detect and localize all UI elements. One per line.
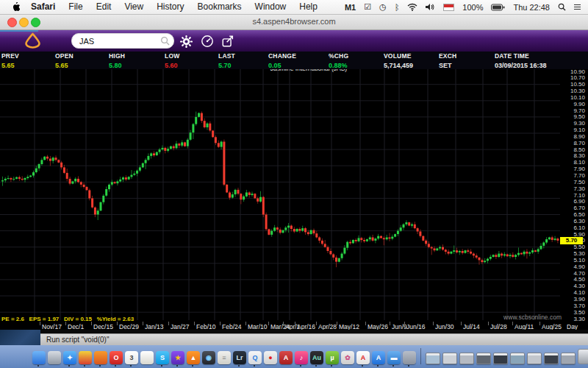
chart-plot-canvas xyxy=(0,69,588,322)
dock-glyph: ♪ xyxy=(300,354,304,361)
dock-notes-icon[interactable]: ≡ xyxy=(218,351,231,364)
dock-glyph: A xyxy=(376,354,381,361)
zoom-window-button[interactable] xyxy=(31,18,40,27)
menu-item-safari[interactable]: Safari xyxy=(24,1,62,12)
x-tick-mark xyxy=(488,322,489,325)
input-source-badge[interactable]: M1 xyxy=(345,3,356,12)
y-tick-label: 7.50 xyxy=(561,179,585,185)
quote-label: PREV xyxy=(1,52,19,60)
dock-minimized-window[interactable] xyxy=(493,353,508,364)
volume-icon[interactable] xyxy=(426,3,435,11)
dock-photo-booth-icon[interactable]: ◉ xyxy=(202,351,215,364)
dock-displays-icon[interactable] xyxy=(403,351,416,364)
dock-glyph: ● xyxy=(268,354,272,361)
dock-textedit-icon[interactable] xyxy=(140,351,154,364)
minimize-window-button[interactable] xyxy=(19,18,29,27)
x-tick-mark xyxy=(433,322,434,325)
dock-lightroom-icon[interactable]: Lr xyxy=(233,351,246,364)
bluetooth-icon[interactable]: ᛒ xyxy=(395,3,400,12)
dock-quicktime-icon[interactable]: Q xyxy=(248,351,262,364)
apple-menu-icon[interactable] xyxy=(7,2,24,12)
running-indicator-dot xyxy=(331,365,332,367)
input-language-flag-icon[interactable] xyxy=(443,4,454,11)
dock-minimized-window[interactable] xyxy=(561,353,576,364)
dock-app-store-icon[interactable]: A xyxy=(372,351,385,364)
symbol-search-input[interactable] xyxy=(78,35,158,47)
y-tick-label: 8.70 xyxy=(561,140,585,146)
dock-audition-icon[interactable]: Au xyxy=(310,351,323,364)
dock-itunes-icon[interactable]: ♪ xyxy=(295,351,308,364)
gauge-button[interactable] xyxy=(198,32,217,50)
menu-item-file[interactable]: File xyxy=(62,1,89,12)
quote-label: CHANGE xyxy=(268,52,296,60)
dock-minimized-window[interactable] xyxy=(442,353,457,364)
y-tick-label: 10.30 xyxy=(561,88,585,94)
dock-glyph: ★ xyxy=(175,354,181,361)
search-icon xyxy=(160,36,170,46)
running-indicator-dot xyxy=(99,365,101,367)
checkbox-status-icon[interactable]: ☑ xyxy=(364,2,371,12)
quote-value: 0.88% xyxy=(329,62,348,69)
status-row: Run script "void(0)" xyxy=(0,330,588,345)
dock-minimized-window[interactable] xyxy=(459,353,474,364)
dock-colorsync-icon[interactable]: ✿ xyxy=(341,351,354,364)
dock-minimized-window[interactable] xyxy=(527,353,542,364)
dock-minimized-window[interactable] xyxy=(544,353,559,364)
quote-field-high: HIGH5.80 xyxy=(109,52,125,69)
dock-utorrent-icon[interactable]: µ xyxy=(326,351,339,364)
y-tick-label: 3.70 xyxy=(561,302,585,309)
battery-icon[interactable] xyxy=(491,4,505,11)
wifi-icon[interactable] xyxy=(407,3,417,11)
running-indicator-dot xyxy=(192,365,193,367)
menu-item-view[interactable]: View xyxy=(118,1,150,12)
x-tick-mark xyxy=(283,322,284,325)
dock-dictionary-icon[interactable]: A xyxy=(279,351,293,364)
candlestick-chart[interactable]: Jasmine International (JAS) 10.9010.7010… xyxy=(0,69,588,330)
dock-vlc-icon[interactable]: ▲ xyxy=(187,351,200,364)
quote-field-date-time: DATE TIME03/09/2015 16:38 xyxy=(495,52,547,69)
menu-clock[interactable]: Thu 22:48 xyxy=(513,3,550,12)
dock-record-icon[interactable]: ● xyxy=(264,351,277,364)
dock-minimized-window[interactable] xyxy=(476,353,491,364)
dock-trash-icon[interactable] xyxy=(578,349,588,364)
y-tick-label: 8.10 xyxy=(561,159,585,166)
menu-item-window[interactable]: Window xyxy=(248,1,293,12)
dock-glyph: S xyxy=(160,354,165,361)
dock-chrome-icon[interactable] xyxy=(79,351,92,364)
dock-safari-icon[interactable]: ✦ xyxy=(63,351,76,364)
quote-label: LOW xyxy=(165,52,179,60)
dock-launchpad-icon[interactable] xyxy=(48,351,61,364)
dock-finder-icon[interactable] xyxy=(32,351,46,364)
dock-imovie-icon[interactable]: ★ xyxy=(171,351,184,364)
quote-label: OPEN xyxy=(55,52,74,60)
dock-skype-icon[interactable]: S xyxy=(156,351,169,364)
y-tick-label: 4.90 xyxy=(561,263,585,270)
quote-field-change: CHANGE0.05 xyxy=(268,52,296,69)
dock-glyph: ≡ xyxy=(222,354,226,361)
settings-button[interactable] xyxy=(176,32,196,50)
dock-row: ✦O3S★▲◉≡LrQ●A♪Auµ✿AA▬ xyxy=(32,348,588,364)
dock-pdf-reader-icon[interactable]: A xyxy=(356,351,370,364)
quote-label: DATE TIME xyxy=(495,52,547,60)
quote-field-volume: VOLUME5,714,459 xyxy=(384,52,413,69)
menu-item-edit[interactable]: Edit xyxy=(90,1,118,12)
menu-item-help[interactable]: Help xyxy=(293,1,324,12)
spotlight-icon[interactable] xyxy=(558,3,566,11)
dock-firefox-icon[interactable] xyxy=(94,351,107,364)
y-tick-label: 7.10 xyxy=(561,192,585,199)
menu-item-bookmarks[interactable]: Bookmarks xyxy=(191,1,248,12)
share-button[interactable] xyxy=(218,32,237,50)
dock-minimized-window[interactable] xyxy=(510,353,525,364)
dock-keynote-icon[interactable]: ▬ xyxy=(387,351,401,364)
dock-opera-icon[interactable]: O xyxy=(110,351,123,364)
quote-field-prev: PREV5.65 xyxy=(1,52,19,69)
menu-status-area: M1 ☑ ◷ ᛒ 100% Thu 22:48 xyxy=(345,2,588,12)
time-machine-icon[interactable]: ◷ xyxy=(379,2,387,12)
dock-minimized-window[interactable] xyxy=(426,353,440,364)
y-tick-label: 3.50 xyxy=(561,309,585,316)
y-tick-label: 9.90 xyxy=(561,101,585,107)
notification-center-icon[interactable] xyxy=(574,3,581,11)
dock-calendar-icon[interactable]: 3 xyxy=(125,351,138,364)
menu-item-history[interactable]: History xyxy=(150,1,190,12)
close-window-button[interactable] xyxy=(7,18,17,27)
